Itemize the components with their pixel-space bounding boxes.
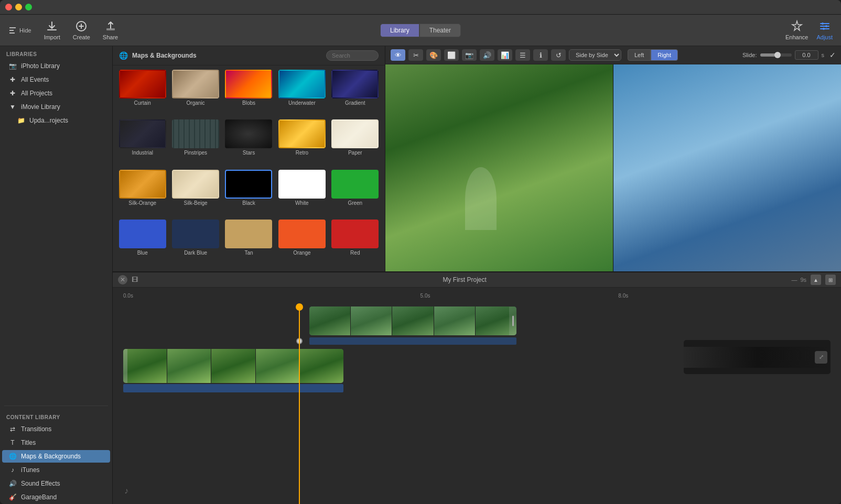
import-button[interactable]: Import: [44, 20, 60, 40]
track-right-handle[interactable]: [509, 306, 516, 335]
bg-retro[interactable]: Retro: [276, 119, 327, 167]
upper-video-track[interactable]: [309, 306, 516, 335]
left-trim-handle[interactable]: [123, 349, 127, 383]
svg-rect-5: [106, 28, 115, 30]
sidebar-item-all-events[interactable]: ✚ All Events: [2, 73, 110, 86]
white-label: White: [295, 200, 309, 206]
dark-blue-thumb: [172, 220, 219, 248]
bg-green[interactable]: Green: [330, 170, 381, 217]
titlebar: [0, 0, 841, 15]
chart-icon-btn[interactable]: 📊: [498, 49, 512, 61]
preview-split-btns: Left Right: [628, 49, 678, 61]
crop-icon-btn[interactable]: ✂: [408, 49, 423, 61]
blue-thumb: [119, 220, 166, 248]
timeline-controls-right: ▲ ⊞: [811, 275, 836, 285]
slide-thumb[interactable]: [774, 52, 781, 58]
bg-orange[interactable]: Orange: [276, 220, 327, 267]
sidebar-item-iphoto[interactable]: 📷 iPhoto Library: [2, 60, 110, 72]
enhance-button[interactable]: Enhance: [785, 20, 808, 40]
sidebar-item-garageband[interactable]: 🎸 GarageBand: [2, 491, 110, 503]
bg-silk-beige[interactable]: Silk-Beige: [170, 170, 221, 217]
preview-panel: 👁 ✂ 🎨 ⬜ 📷 🔊 📊 ☰ ℹ ↺ Side by Side Split: [385, 46, 841, 271]
library-theater-toggle: Library Theater: [380, 24, 461, 37]
audio-icon-btn[interactable]: 🔊: [480, 49, 494, 61]
bg-black[interactable]: Black: [223, 170, 274, 217]
mountain-icon[interactable]: ▲: [811, 275, 821, 285]
timeline-content: 0.0s 5.0s 8.0s: [113, 288, 841, 504]
close-button[interactable]: [5, 4, 12, 10]
sidebar-item-sound-effects[interactable]: 🔊 Sound Effects: [2, 477, 110, 490]
minimize-button[interactable]: [15, 4, 22, 10]
sidebar-item-label: iTunes: [21, 466, 40, 474]
sidebar-item-all-projects[interactable]: ✚ All Projects: [2, 87, 110, 100]
timeline-close-button[interactable]: ✕: [118, 275, 127, 284]
blobs-thumb: [225, 70, 272, 98]
red-label: Red: [350, 250, 360, 256]
sidebar-item-itunes[interactable]: ♪ iTunes: [2, 464, 110, 476]
handle-grip: [512, 316, 514, 326]
create-button[interactable]: Create: [73, 20, 90, 40]
theater-button[interactable]: Theater: [419, 24, 461, 37]
bg-underwater[interactable]: Underwater: [276, 70, 327, 117]
toolbar-right: Enhance Adjust: [461, 20, 833, 40]
bg-tan[interactable]: Tan: [223, 220, 274, 267]
app-window: Hide Import Create: [0, 0, 841, 504]
plus-icon: ✚: [8, 90, 17, 97]
bg-curtain[interactable]: Curtain: [117, 70, 168, 117]
sidebar-item-maps-backgrounds[interactable]: 🌐 Maps & Backgrounds: [2, 450, 110, 463]
bg-dark-blue[interactable]: Dark Blue: [170, 220, 221, 267]
slide-value-input[interactable]: [795, 50, 818, 60]
color-icon-btn[interactable]: 🎨: [426, 49, 441, 61]
slide-track[interactable]: [760, 53, 792, 57]
bg-stars[interactable]: Stars: [223, 119, 274, 167]
search-input[interactable]: [326, 50, 379, 61]
organic-label: Organic: [187, 100, 205, 106]
traffic-lights: [5, 4, 32, 10]
gradient-label: Gradient: [345, 100, 365, 106]
viewer-icon-btn[interactable]: 👁: [391, 49, 405, 61]
sidebar-item-titles[interactable]: T Titles: [2, 436, 110, 449]
sidebar-item-transitions[interactable]: ⇄ Transitions: [2, 423, 110, 435]
black-clip[interactable]: ⤢: [684, 340, 831, 374]
bg-white[interactable]: White: [276, 170, 327, 217]
hide-button[interactable]: Hide: [8, 26, 31, 35]
preview-area: [385, 64, 841, 271]
transform-icon-btn[interactable]: ⬜: [444, 49, 459, 61]
bg-blobs[interactable]: Blobs: [223, 70, 274, 117]
bg-organic[interactable]: Organic: [170, 70, 221, 117]
checkmark-icon[interactable]: ✓: [829, 51, 836, 59]
list-icon-btn[interactable]: ☰: [515, 49, 530, 61]
info-icon-btn[interactable]: ℹ: [533, 49, 548, 61]
adjust-button[interactable]: Adjust: [816, 20, 833, 40]
share-button[interactable]: Share: [103, 20, 118, 40]
adjust-label: Adjust: [816, 34, 833, 40]
camera-icon-btn[interactable]: 📷: [462, 49, 477, 61]
main-video-track[interactable]: [123, 349, 343, 383]
library-button[interactable]: Library: [380, 24, 419, 37]
right-button[interactable]: Right: [651, 49, 678, 61]
bg-paper[interactable]: Paper: [330, 119, 381, 167]
sidebar-item-projects[interactable]: 📁 Upda...rojects: [2, 114, 110, 127]
left-button[interactable]: Left: [628, 49, 651, 61]
tan-label: Tan: [244, 250, 253, 256]
curtain-thumb: [119, 70, 166, 98]
backgrounds-grid: Curtain Organic Blobs Underwater: [113, 65, 385, 271]
clip-expand-icon[interactable]: ⤢: [815, 351, 827, 364]
maximize-button[interactable]: [25, 4, 32, 10]
grid-icon[interactable]: ⊞: [825, 275, 836, 285]
retro-label: Retro: [296, 150, 308, 156]
bg-blue[interactable]: Blue: [117, 220, 168, 267]
bg-pinstripes[interactable]: Pinstripes: [170, 119, 221, 167]
bg-industrial[interactable]: Industrial: [117, 119, 168, 167]
preview-left-view: [385, 64, 613, 271]
bg-gradient[interactable]: Gradient: [330, 70, 381, 117]
sound-icon: 🔊: [8, 480, 17, 487]
preview-mode-select[interactable]: Side by Side Split Single: [569, 49, 621, 61]
frame-3: [392, 306, 434, 335]
silk-orange-label: Silk-Orange: [128, 200, 156, 206]
bg-red[interactable]: Red: [330, 220, 381, 267]
triangle-icon: ▼: [8, 103, 17, 111]
bg-silk-orange[interactable]: Silk-Orange: [117, 170, 168, 217]
undo-icon-btn[interactable]: ↺: [551, 49, 566, 61]
sidebar-item-imovie-library[interactable]: ▼ iMovie Library: [2, 101, 110, 113]
